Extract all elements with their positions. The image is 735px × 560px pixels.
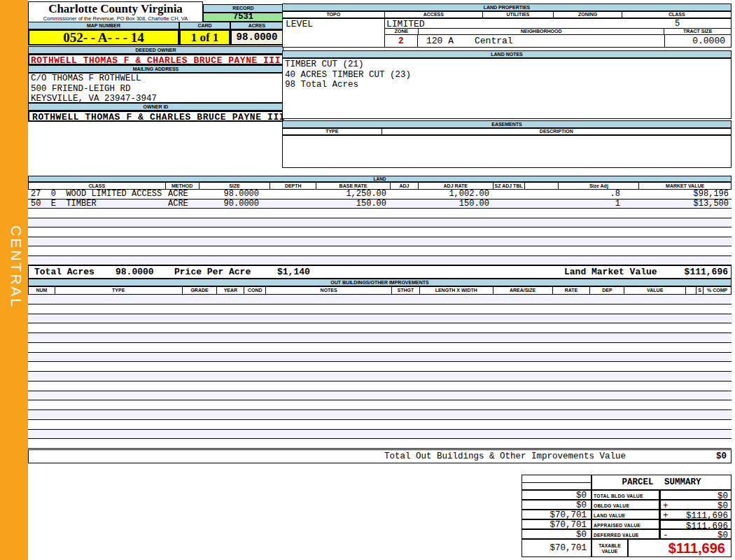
land-blank — [525, 200, 559, 209]
topo-value: LEVEL — [286, 20, 313, 29]
column-length-x-width: LENGTH X WIDTH — [420, 287, 493, 294]
mailing-address-header: MAILING ADDRESS — [28, 65, 284, 73]
empty-row — [28, 304, 732, 314]
land-notes-line: 40 ACRES TIMBER CUT (23) — [285, 70, 731, 80]
empty-row — [28, 256, 732, 266]
empty-row — [28, 362, 732, 372]
land-value: +$111,696 — [659, 510, 732, 519]
empty-row — [28, 382, 732, 391]
column-class: CLASS — [29, 183, 166, 189]
land-notes-line: TIMBER CUT (21) — [285, 59, 731, 70]
tract-size-value: 0.0000 — [665, 35, 732, 48]
county-title: Charlotte County Virginia — [29, 2, 202, 15]
map-number-header: MAP NUMBER — [28, 22, 179, 29]
column-zone: ZONE — [385, 29, 419, 34]
empty-row — [28, 430, 732, 440]
zone-values: 2 120 ACentral 0.0000 — [384, 35, 732, 48]
parcel-summary: PARCEL SUMMARY $0 TOTAL BLDG VALUE $0 $0… — [522, 475, 732, 557]
value: $111,696 — [686, 511, 728, 519]
obldg-value-label: OBLDG VALUE — [592, 500, 659, 510]
column-tract-size: TRACT SIZE — [664, 29, 731, 34]
land-row: 27 0 WOOD LIMITED ACCESS ACRE 98.0000 1,… — [28, 190, 732, 200]
empty-row — [28, 246, 732, 256]
total-acres-label: Total Acres — [34, 266, 94, 278]
land-sz-adj-tbl — [493, 190, 525, 199]
out-buildings-total-value: $0 — [716, 450, 727, 463]
land-depth — [270, 190, 316, 199]
prior-appraised-value: $70,701 — [522, 519, 592, 529]
empty-row — [28, 391, 732, 401]
neighborhood-name: Central — [475, 36, 513, 46]
column-method: METHOD — [166, 183, 200, 189]
land-method: ACRE — [165, 200, 199, 209]
empty-row — [28, 353, 732, 363]
out-buildings-header: OUT BUILDINGS/OTHER IMPROVEMENTS — [28, 279, 732, 286]
column-type: TYPE — [55, 287, 183, 294]
prior-taxable-value: $70,701 — [522, 539, 592, 557]
total-acres-value: 98.0000 — [115, 266, 154, 278]
acres-value[interactable]: 98.0000 — [230, 29, 284, 46]
value: $0 — [718, 501, 728, 510]
land-notes-box: TIMBER CUT (21) 40 ACRES TIMBER CUT (23)… — [282, 58, 732, 119]
column-year: YEAR — [217, 287, 244, 294]
column-depth: DEPTH — [270, 183, 316, 189]
out-buildings-total-row: Total Out Buildings & Other Improvements… — [28, 449, 732, 463]
neighborhood-value: 120 ACentral — [418, 35, 665, 48]
land-properties-columns: TOPO ACCESS UTILITIES ZONING CLASS — [282, 11, 732, 18]
land-adj-rate: 1,002.00 — [419, 190, 493, 199]
column-grade: GRADE — [183, 287, 218, 294]
column-s: S — [696, 287, 704, 294]
value: $0 — [718, 531, 728, 539]
column-notes: NOTES — [266, 287, 392, 294]
land-properties-header: LAND PROPERTIES — [282, 4, 732, 11]
column-sz-adj-tbl: SZ ADJ TBL — [493, 183, 525, 189]
land-market-value-total: $111,696 — [685, 266, 728, 278]
empty-row — [28, 227, 732, 237]
prior-obldg-value: $0 — [522, 500, 592, 510]
prior-land-value: $70,701 — [522, 510, 592, 519]
property-record-card: CENTRAL Charlotte County Virginia Commis… — [0, 0, 735, 560]
zone-value: 2 — [384, 35, 418, 48]
empty-row — [28, 420, 732, 430]
map-number-value[interactable]: 052- - A- - - 14 — [28, 29, 179, 46]
land-empty-rows — [28, 209, 732, 265]
value: $111,696 — [686, 522, 728, 529]
value: $0 — [718, 491, 728, 500]
land-rows: 27 0 WOOD LIMITED ACCESS ACRE 98.0000 1,… — [28, 190, 732, 265]
record-value[interactable]: 7531 — [203, 13, 284, 22]
column-pct-comp: % COMP — [704, 287, 731, 294]
column-adj-rate: ADJ RATE — [419, 183, 493, 189]
empty-row — [28, 333, 732, 343]
land-totals-row: Total Acres 98.0000 Price Per Acre $1,14… — [28, 265, 732, 279]
column-utilities: UTILITIES — [483, 12, 554, 18]
empty-row — [28, 237, 732, 247]
land-base-rate: 150.00 — [316, 200, 391, 209]
column-cond: COND — [244, 287, 266, 294]
land-blank — [525, 190, 559, 199]
deferred-value-label: DEFERRED VALUE — [592, 529, 659, 539]
empty-row — [28, 439, 732, 449]
taxable-label-line: VALUE — [592, 549, 627, 554]
column-topo: TOPO — [283, 12, 385, 18]
easements-header: EASEMENTS — [282, 120, 732, 128]
column-blank — [686, 287, 696, 294]
card-value[interactable]: 1 of 1 — [179, 29, 230, 46]
out-buildings-columns: NUM TYPE GRADE YEAR COND NOTES STHGT LEN… — [28, 286, 732, 295]
out-buildings-rows — [28, 295, 732, 449]
land-section-header: LAND — [28, 176, 732, 182]
column-value: VALUE — [624, 287, 686, 294]
owner-id-header: OWNER ID — [28, 103, 284, 111]
land-market-value: $98,196 — [640, 190, 732, 199]
land-value-label: LAND VALUE — [592, 510, 659, 519]
sidebar-label: CENTRAL — [5, 225, 24, 344]
neighborhood-code: 120 A — [426, 36, 454, 46]
empty-row — [28, 314, 732, 324]
divider — [384, 18, 385, 28]
land-size: 98.0000 — [199, 190, 270, 199]
empty-row — [28, 323, 732, 333]
deeded-owner-header: DEEDED OWNER — [28, 46, 284, 54]
land-size-adj: .8 — [559, 190, 640, 199]
land-class: 27 0 WOOD LIMITED ACCESS — [28, 190, 165, 199]
column-rate: RATE — [553, 287, 591, 294]
land-base-rate: 1,250.00 — [316, 190, 391, 199]
